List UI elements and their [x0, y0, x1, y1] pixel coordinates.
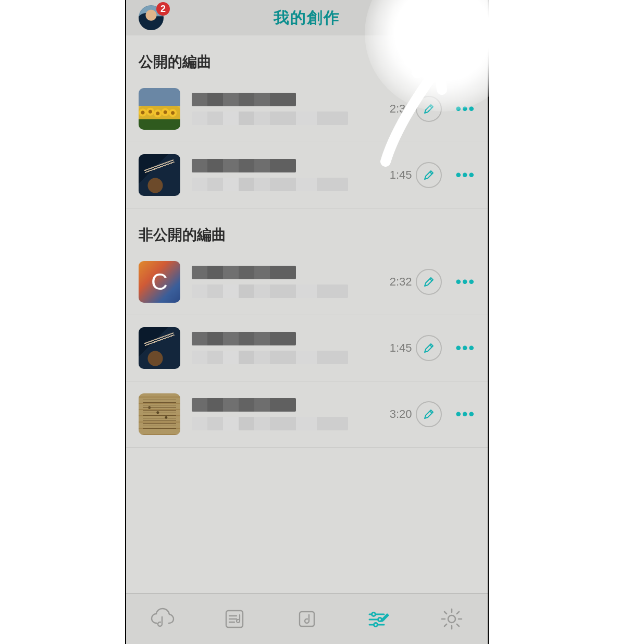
pencil-icon: [423, 169, 435, 181]
playlist-icon: [222, 606, 247, 631]
song-text: [192, 266, 390, 298]
svg-point-2: [371, 613, 375, 616]
more-button[interactable]: •••: [455, 339, 475, 357]
tab-my-works[interactable]: [363, 602, 396, 636]
song-row[interactable]: 2:32 •••: [126, 76, 488, 142]
song-duration: 2:32: [390, 275, 412, 289]
pencil-icon: [423, 342, 435, 354]
plus-icon: [450, 7, 470, 27]
song-row[interactable]: 1:45 •••: [126, 315, 488, 381]
song-title-redacted: [192, 93, 296, 106]
more-button[interactable]: •••: [455, 405, 475, 423]
song-thumbnail: [139, 88, 180, 130]
pencil-icon: [423, 103, 435, 115]
song-text: [192, 332, 390, 364]
tab-playlist[interactable]: [218, 602, 251, 636]
song-thumbnail: C: [139, 261, 180, 303]
edit-button[interactable]: [416, 269, 442, 295]
gear-icon: [439, 606, 465, 632]
song-text: [192, 398, 390, 430]
svg-point-4: [374, 623, 377, 627]
song-duration: 1:45: [390, 341, 412, 355]
song-duration: 3:20: [390, 407, 412, 421]
more-button[interactable]: •••: [455, 273, 475, 291]
song-note-icon: [294, 606, 319, 631]
song-subtitle-redacted: [192, 284, 348, 298]
song-duration: 2:32: [390, 102, 412, 116]
song-text: [192, 93, 390, 125]
edit-button[interactable]: [416, 335, 442, 361]
page-title: 我的創作: [274, 7, 340, 29]
cloud-music-icon: [148, 605, 176, 633]
song-title-redacted: [192, 332, 296, 345]
add-button[interactable]: [450, 7, 470, 27]
song-row[interactable]: C 2:32 •••: [126, 249, 488, 315]
song-thumbnail: [139, 327, 180, 369]
tab-settings[interactable]: [435, 602, 468, 636]
more-button[interactable]: •••: [455, 100, 475, 118]
section-header-private: 非公開的編曲: [126, 208, 488, 249]
song-title-redacted: [192, 266, 296, 279]
svg-point-5: [448, 615, 455, 623]
tab-cloud[interactable]: [145, 602, 179, 636]
notification-badge: 2: [156, 2, 170, 16]
edit-button[interactable]: [416, 96, 442, 122]
song-row[interactable]: 3:20 •••: [126, 381, 488, 448]
song-row[interactable]: 1:45 •••: [126, 142, 488, 208]
song-subtitle-redacted: [192, 178, 348, 191]
song-text: [192, 159, 390, 191]
pencil-icon: [423, 408, 435, 420]
tab-song[interactable]: [290, 602, 324, 636]
tab-bar: [126, 593, 488, 644]
edit-button[interactable]: [416, 401, 442, 427]
sliders-edit-icon: [366, 606, 392, 632]
song-subtitle-redacted: [192, 351, 348, 364]
pencil-icon: [423, 276, 435, 288]
song-thumbnail: [139, 393, 180, 435]
song-title-redacted: [192, 398, 296, 412]
more-button[interactable]: •••: [455, 166, 475, 184]
section-header-public: 公開的編曲: [126, 35, 488, 76]
edit-button[interactable]: [416, 162, 442, 188]
app-screen: 2 我的創作 公開的編曲 2:32 •••: [125, 0, 489, 644]
header-bar: 2 我的創作: [126, 0, 488, 35]
song-subtitle-redacted: [192, 417, 348, 430]
song-subtitle-redacted: [192, 112, 348, 125]
song-duration: 1:45: [390, 168, 412, 182]
song-thumbnail: [139, 154, 180, 196]
song-title-redacted: [192, 159, 296, 172]
